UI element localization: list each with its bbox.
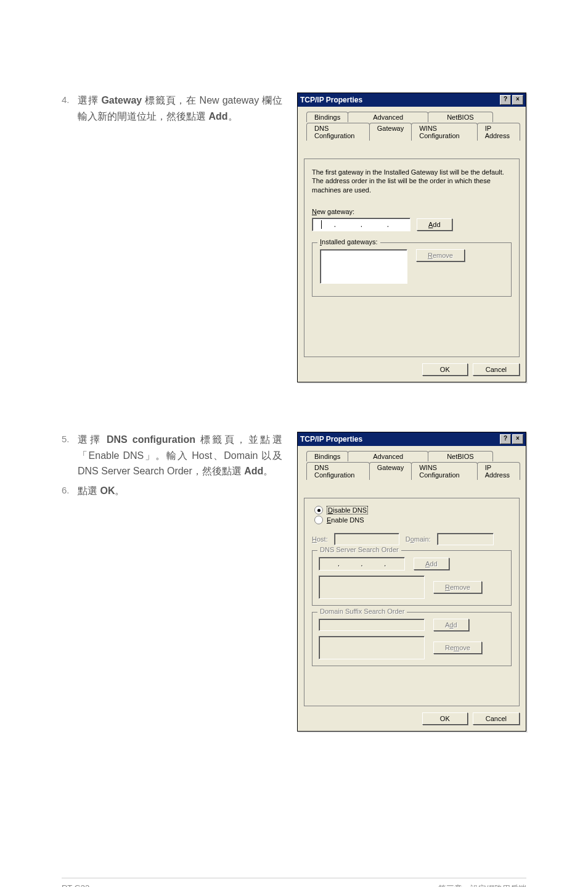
new-gateway-label: NNew gateway:ew gateway: (312, 208, 512, 215)
step5-number: 5. (62, 432, 73, 479)
domain-suffix-input (319, 619, 425, 631)
step6-text-a: 點選 (78, 485, 100, 496)
close-icon[interactable]: × (512, 95, 523, 105)
tab-bindings[interactable]: Bindings (306, 112, 348, 122)
disable-dns-radio[interactable]: Disable DNS (314, 506, 512, 514)
enable-dns-radio[interactable]: Enable DNS (314, 516, 512, 524)
step6-number: 6. (62, 483, 73, 499)
cancel-button[interactable]: Cancel (473, 712, 520, 725)
host-input (334, 533, 399, 545)
tab-strip: Bindings Advanced NetBIOS DNS Configurat… (304, 112, 520, 136)
tab-dns-config[interactable]: DNS Configuration (306, 462, 370, 480)
suffix-remove-button: Remove (433, 642, 482, 654)
ok-button[interactable]: OK (422, 712, 468, 725)
tab-wins-config[interactable]: WINS Configuration (411, 462, 477, 480)
step4-text-b: Gateway (101, 95, 142, 105)
footer-left: RT-G32 (62, 883, 89, 887)
tab-strip: Bindings Advanced NetBIOS DNS Configurat… (304, 451, 520, 476)
domain-suffix-list (319, 636, 425, 659)
cancel-button[interactable]: Cancel (473, 363, 520, 376)
step6-text-b: OK (100, 485, 115, 496)
tab-netbios[interactable]: NetBIOS (428, 112, 492, 122)
installed-gateways-list[interactable] (320, 249, 407, 284)
titlebar: TCP/IP Properties ? × (298, 432, 526, 446)
dns-server-list (319, 576, 425, 599)
tab-bindings[interactable]: Bindings (306, 451, 348, 461)
tab-wins-config[interactable]: WINS Configuration (411, 123, 477, 141)
add-button[interactable]: Add (417, 218, 452, 231)
step5-text-b: DNS configuration (107, 434, 195, 445)
tab-advanced[interactable]: Advanced (348, 451, 428, 461)
step5-text-a: 選擇 (78, 434, 107, 445)
remove-button: Remove (416, 249, 465, 262)
dialog-title: TCP/IP Properties (300, 435, 362, 444)
step6-text-c: 。 (115, 485, 125, 496)
installed-gateways-label: Installed gateways: (317, 238, 380, 245)
footer-right: 第三章：設定網路用戶端 (438, 883, 526, 887)
step4-text-a: 選擇 (78, 95, 101, 105)
step5-text-e: 。 (263, 466, 273, 476)
step5-text-d: Add (244, 466, 263, 476)
tab-gateway[interactable]: Gateway (369, 462, 412, 480)
tab-advanced[interactable]: Advanced (348, 112, 428, 122)
dialog-title: TCP/IP Properties (300, 96, 362, 104)
step4-text-d: Add (208, 111, 227, 122)
titlebar: TCP/IP Properties ? × (298, 93, 526, 107)
tcpip-properties-dialog-dns: TCP/IP Properties ? × Bindings Advanced … (297, 432, 526, 732)
help-icon[interactable]: ? (500, 434, 511, 444)
new-gateway-input[interactable]: ... (312, 218, 410, 231)
tab-gateway[interactable]: Gateway (369, 123, 412, 141)
step6-text: 點選 OK。 (78, 483, 125, 499)
dns-search-order-label: DNS Server Search Order (317, 546, 401, 553)
tab-ip-address[interactable]: IP Address (477, 123, 520, 141)
tab-ip-address[interactable]: IP Address (477, 462, 520, 480)
tcpip-properties-dialog-gateway: TCP/IP Properties ? × Bindings Advanced … (297, 93, 526, 382)
domain-input (437, 533, 494, 545)
close-icon[interactable]: × (512, 434, 523, 444)
domain-suffix-label: Domain Suffix Search Order (317, 608, 407, 615)
domain-label: Domain: (406, 535, 431, 543)
step4-number: 4. (62, 93, 73, 124)
step4-text: 選擇 Gateway 標籤頁，在 New gateway 欄位輸入新的閘道位址，… (78, 93, 282, 124)
suffix-add-button: Add (433, 619, 469, 631)
dns-server-input: ... (319, 557, 405, 571)
gateway-info-text: The first gateway in the Installed Gatew… (312, 168, 512, 194)
dns-add-button: Add (414, 558, 449, 570)
tab-netbios[interactable]: NetBIOS (428, 451, 492, 461)
dns-remove-button: Remove (433, 581, 482, 593)
ok-button[interactable]: OK (422, 363, 468, 376)
step4-text-e: 。 (228, 111, 238, 122)
help-icon[interactable]: ? (500, 95, 511, 105)
host-label: Host: (312, 535, 328, 543)
step5-text: 選擇 DNS configuration 標籤頁，並點選「Enable DNS」… (78, 432, 282, 479)
tab-dns-config[interactable]: DNS Configuration (306, 123, 370, 141)
